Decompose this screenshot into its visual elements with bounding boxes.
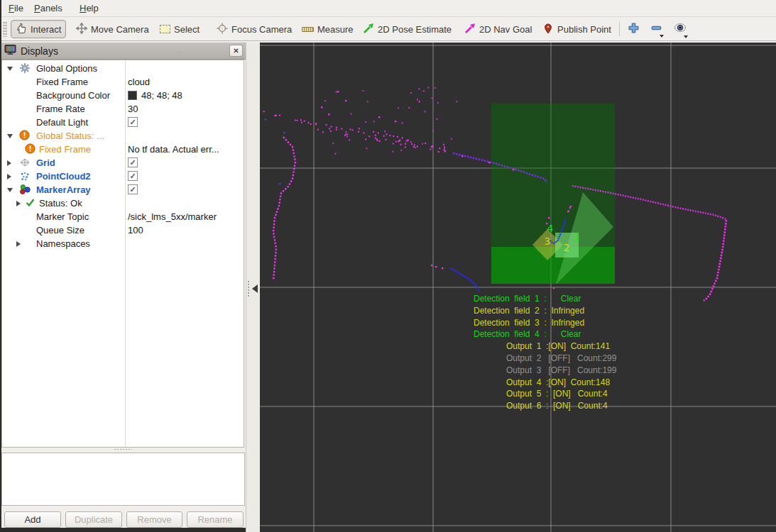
chevron-down-icon[interactable]	[7, 188, 13, 192]
tree-value-marker-topic[interactable]: /sick_lms_5xx/marker	[128, 211, 217, 223]
empty-list-box[interactable]	[1, 453, 245, 506]
noise-band-dot	[379, 140, 381, 142]
tree-value-frame-rate[interactable]: 30	[128, 103, 138, 115]
window-bottom-edge	[0, 528, 260, 532]
chevron-right-icon[interactable]	[16, 201, 21, 206]
displays-tree[interactable]: Global OptionsFixed FramecloudBackground…	[1, 60, 244, 448]
horizontal-splitter-handle[interactable]	[114, 448, 132, 451]
tree-value-fixed-frame[interactable]: cloud	[128, 76, 150, 88]
visibility-button[interactable]	[671, 20, 689, 38]
noise-halo-dot	[366, 148, 368, 149]
splitter-dots	[248, 281, 250, 297]
checkbox-default-light[interactable]: ✓	[128, 117, 138, 127]
noise-band-dot	[405, 146, 406, 148]
scan-dot	[283, 132, 285, 133]
overlay-line-detection-1: Detection field 1 : Clear	[474, 294, 581, 304]
tree-value-background-color[interactable]: 48; 48; 48	[141, 89, 182, 101]
displays-panel: Displays ✕ Global OptionsFixed Frameclou…	[0, 43, 246, 532]
render-view[interactable]: 4321 Detection field 1 : ClearDetection …	[260, 43, 776, 532]
green-arrow-icon	[363, 23, 374, 36]
scan-dot	[442, 267, 443, 269]
tree-row-markerarray[interactable]: MarkerArray✓	[2, 183, 244, 196]
zoom-out-button[interactable]	[647, 20, 665, 38]
noise-halo-dot	[336, 92, 337, 93]
tree-row-fixed-frame[interactable]: Fixed Framecloud	[2, 75, 244, 89]
move-camera-tool-button[interactable]: Move Camera	[72, 20, 153, 38]
ruler-icon	[302, 27, 314, 32]
scan-left-vert	[273, 137, 295, 280]
nav-goal-tool-button[interactable]: 2D Nav Goal	[460, 20, 536, 38]
noise-band-dot	[322, 131, 324, 133]
toolbar-drag-handle[interactable]	[3, 21, 7, 37]
noise-halo-dot	[435, 87, 436, 89]
dock-splitter[interactable]	[246, 43, 260, 532]
displays-panel-header[interactable]: Displays ✕	[0, 43, 247, 60]
tree-label-global-status: Global Status: ...	[36, 130, 104, 142]
tree-row-queue-size[interactable]: Queue Size100	[2, 223, 244, 237]
rename-display-button[interactable]: Rename	[187, 511, 244, 528]
select-tool-button[interactable]: Select	[155, 20, 204, 38]
menu-panels[interactable]: Panels	[31, 1, 65, 16]
tree-label-queue-size: Queue Size	[36, 224, 84, 236]
checkbox-grid[interactable]: ✓	[128, 157, 138, 167]
tree-row-global-status[interactable]: Global Status: ...	[2, 129, 244, 143]
tree-label-frame-rate: Frame Rate	[36, 103, 85, 115]
noise-halo-dot	[423, 90, 425, 92]
chevron-right-icon[interactable]	[7, 160, 11, 166]
noise-halo-dot	[373, 121, 375, 122]
noise-halo-dot	[419, 101, 420, 103]
left-lead-dot	[310, 123, 312, 125]
tree-row-global-options[interactable]: Global Options	[2, 62, 244, 75]
noise-band-dot	[365, 138, 366, 140]
focus-camera-tool-button[interactable]: Focus Camera	[212, 20, 296, 38]
markers-icon	[19, 184, 31, 195]
tree-value-queue-size[interactable]: 100	[128, 224, 143, 236]
zoom-in-button[interactable]	[625, 20, 643, 38]
checkbox-markerarray[interactable]: ✓	[128, 184, 138, 194]
menu-help[interactable]: Help	[77, 1, 102, 16]
tree-label-fixed-frame-status: Fixed Frame	[39, 143, 91, 155]
left-lead-dot	[308, 122, 310, 123]
tree-value-fixed-frame-status[interactable]: No tf data. Actual err...	[128, 143, 219, 155]
noise-halo-dot	[418, 88, 420, 89]
noise-band-dot	[359, 128, 360, 129]
chevron-right-icon[interactable]	[7, 174, 11, 179]
noise-band-dot	[383, 135, 385, 137]
interact-tool-button[interactable]: Interact	[11, 20, 66, 38]
checkbox-pointcloud2[interactable]: ✓	[128, 171, 138, 181]
tree-row-background-color[interactable]: Background Color48; 48; 48	[2, 89, 244, 102]
noise-band-dot	[430, 148, 431, 150]
tree-row-grid[interactable]: Grid✓	[2, 156, 244, 170]
noise-band-dot	[373, 131, 374, 133]
overlay-line-detection-3: Detection field 3 : Infringed	[474, 318, 584, 328]
chevron-right-icon[interactable]	[16, 241, 21, 247]
tree-row-pointcloud2[interactable]: PointCloud2✓	[2, 170, 244, 183]
tree-row-fixed-frame-status[interactable]: Fixed FrameNo tf data. Actual err...	[2, 143, 244, 156]
tree-row-status-ok[interactable]: Status: Ok	[2, 196, 244, 210]
collapse-left-arrow-icon[interactable]	[252, 284, 258, 293]
tree-row-default-light[interactable]: Default Light✓	[2, 116, 244, 129]
remove-display-button[interactable]: Remove	[126, 511, 182, 528]
duplicate-display-button[interactable]: Duplicate	[65, 511, 122, 528]
measure-tool-button[interactable]: Measure	[297, 20, 358, 38]
focus-camera-label: Focus Camera	[231, 24, 292, 35]
scan-right-vert	[704, 220, 726, 301]
scan-dot	[321, 106, 322, 108]
noise-halo-dot	[456, 101, 457, 102]
noise-band-dot	[376, 138, 378, 140]
noise-halo-dot	[410, 141, 412, 143]
tree-row-marker-topic[interactable]: Marker Topic/sick_lms_5xx/marker	[2, 210, 244, 223]
color-swatch[interactable]	[128, 91, 137, 100]
tree-row-frame-rate[interactable]: Frame Rate30	[2, 102, 244, 116]
chevron-down-icon[interactable]	[7, 67, 13, 71]
left-lead-dot	[279, 115, 280, 116]
add-display-button[interactable]: Add	[4, 511, 61, 528]
publish-point-tool-button[interactable]: Publish Point	[538, 20, 616, 38]
pose-estimate-tool-button[interactable]: 2D Pose Estimate	[359, 20, 456, 38]
chevron-down-icon[interactable]	[7, 134, 13, 138]
tree-row-namespaces[interactable]: Namespaces	[2, 237, 244, 250]
menu-file[interactable]: File	[6, 1, 26, 16]
cloud-icon	[19, 170, 31, 182]
noise-halo-dot	[417, 99, 418, 100]
panel-close-button[interactable]: ✕	[229, 45, 243, 57]
